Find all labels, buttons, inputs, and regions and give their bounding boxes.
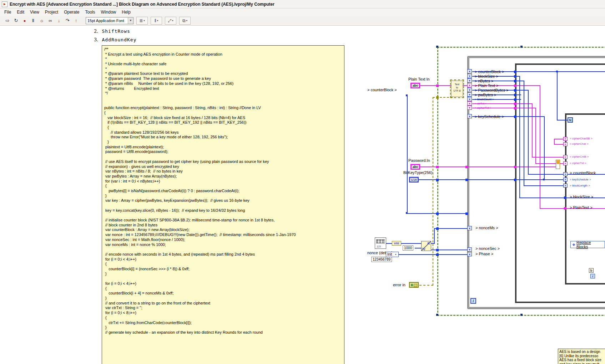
wire[interactable] — [524, 81, 524, 186]
wire[interactable] — [554, 139, 563, 139]
shift-register[interactable] — [563, 162, 568, 165]
tunnel[interactable] — [514, 84, 516, 87]
tunnel[interactable] — [514, 166, 516, 168]
wire[interactable] — [420, 85, 451, 86]
shift-register[interactable] — [467, 106, 472, 110]
tunnel[interactable] — [436, 166, 439, 168]
wire[interactable] — [554, 139, 555, 145]
tunnel[interactable] — [436, 227, 439, 230]
shift-register[interactable] — [467, 247, 472, 252]
shift-register[interactable] — [467, 101, 472, 106]
tunnel[interactable] — [436, 179, 439, 181]
shift-register[interactable] — [563, 184, 568, 188]
wire[interactable] — [434, 228, 435, 244]
wire[interactable] — [544, 116, 545, 180]
shift-register[interactable] — [467, 97, 472, 101]
text-to-utf8-subvi[interactable]: Text to UTF-8 — [451, 81, 463, 97]
numeric-constant[interactable]: 123456789 — [371, 257, 392, 262]
tunnel[interactable] — [514, 98, 516, 101]
wire[interactable] — [420, 166, 556, 167]
iteration-terminal[interactable]: i — [590, 274, 595, 278]
replace-blocks-subvi[interactable]: Replace Blocks — [570, 241, 605, 248]
shift-register[interactable] — [467, 83, 472, 87]
error-wire[interactable] — [433, 97, 433, 286]
menu-item[interactable]: Project — [42, 9, 61, 15]
resize-objects-dropdown[interactable]: ⤢▾ — [165, 17, 176, 25]
shift-register[interactable] — [467, 88, 472, 92]
to-u32-conversion[interactable]: U32 — [392, 241, 401, 246]
wire[interactable] — [554, 144, 563, 145]
wire[interactable] — [540, 85, 540, 209]
tunnel[interactable] — [514, 116, 516, 118]
string-control-terminal[interactable]: abc — [410, 164, 420, 170]
tunnel[interactable] — [436, 249, 439, 251]
shift-register[interactable] — [563, 142, 568, 146]
run-button[interactable]: ⇨ — [4, 17, 11, 25]
tunnel[interactable] — [514, 107, 516, 109]
shift-register[interactable] — [563, 178, 568, 181]
tunnel[interactable] — [465, 166, 468, 168]
reorder-dropdown[interactable]: ⧉▾ — [179, 17, 191, 25]
menu-item[interactable]: Tools — [82, 9, 98, 15]
nonce-debug-constant-icon[interactable]: 123 — [375, 237, 386, 249]
abort-button[interactable]: ● — [21, 17, 29, 25]
wire[interactable] — [434, 228, 467, 229]
menu-item[interactable]: Operate — [61, 9, 82, 15]
shift-register[interactable] — [467, 92, 472, 97]
pause-button[interactable]: Ⅱ — [29, 17, 37, 25]
wire[interactable] — [557, 120, 568, 121]
step-out-button[interactable]: ↑ — [72, 17, 80, 25]
wire[interactable] — [532, 157, 563, 158]
tunnel[interactable] — [564, 196, 566, 199]
wire[interactable] — [386, 243, 392, 244]
shift-register[interactable] — [563, 172, 568, 176]
wire[interactable] — [528, 90, 529, 175]
wire[interactable] — [532, 103, 533, 158]
build-array-node[interactable] — [556, 160, 560, 169]
boolean-constant[interactable]: b — [589, 268, 594, 273]
selection-handle[interactable] — [436, 314, 438, 316]
menu-item[interactable]: Window — [98, 9, 119, 15]
wire[interactable] — [401, 243, 421, 244]
tunnel[interactable] — [465, 212, 468, 215]
list-item-shiftrows[interactable]: 2.ShiftRows — [94, 29, 130, 34]
wire[interactable] — [524, 185, 563, 186]
font-selector[interactable]: 15pt Application Font ▼ — [86, 17, 133, 24]
shift-register[interactable] — [467, 226, 472, 230]
tunnel[interactable] — [514, 89, 516, 92]
tunnel[interactable] — [514, 94, 516, 96]
wire[interactable] — [415, 248, 421, 248]
menu-item[interactable]: File — [1, 9, 14, 15]
run-continuously-button[interactable]: ↻ — [12, 17, 20, 25]
tunnel[interactable] — [514, 103, 516, 105]
step-into-button[interactable]: ↓ — [55, 17, 63, 25]
tunnel[interactable] — [465, 179, 468, 181]
shift-register[interactable] — [467, 69, 472, 73]
list-item-addroundkey[interactable]: 3.AddRoundKey — [94, 37, 137, 42]
shift-register[interactable] — [467, 252, 472, 256]
code-comment-box[interactable]: /** * Encrypt a text using AES encryptio… — [102, 45, 344, 364]
iteration-terminal[interactable]: i — [470, 298, 476, 304]
quotient-remainder-node[interactable]: R IQ — [421, 241, 431, 251]
tunnel[interactable] — [436, 212, 439, 215]
loop-count-terminal[interactable]: N — [568, 117, 573, 123]
chevron-down-icon[interactable]: ▼ — [128, 17, 133, 24]
wire[interactable] — [463, 85, 467, 86]
step-over-button[interactable]: ↷ — [64, 17, 71, 25]
numeric-constant[interactable]: 1000 — [403, 245, 413, 251]
selection-handle[interactable] — [520, 314, 523, 316]
shift-register[interactable] — [563, 137, 568, 141]
error-in-terminal[interactable] — [409, 282, 419, 288]
tunnel[interactable] — [564, 207, 566, 210]
shift-register[interactable] — [563, 155, 568, 159]
distribute-objects-dropdown[interactable]: ⫴▾ — [151, 17, 162, 25]
shift-register[interactable] — [467, 78, 472, 83]
menu-item[interactable]: View — [27, 9, 42, 15]
u16-control-terminal[interactable]: U16 — [409, 177, 419, 183]
tunnel[interactable] — [514, 80, 516, 82]
tunnel[interactable] — [514, 71, 516, 73]
shift-register[interactable] — [467, 114, 472, 118]
tunnel[interactable] — [436, 253, 439, 256]
retain-wire-values-button[interactable]: ∞ — [46, 17, 54, 25]
block-diagram-canvas[interactable]: 2.ShiftRows 3.AddRoundKey /** * Encrypt … — [0, 26, 605, 364]
